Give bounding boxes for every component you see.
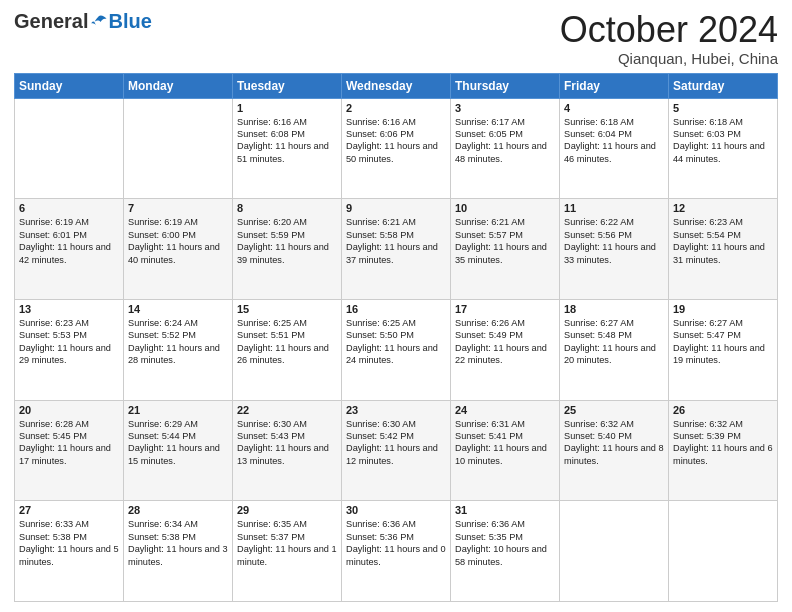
day-number: 22 <box>237 404 337 416</box>
day-number: 18 <box>564 303 664 315</box>
calendar-cell: 5Sunrise: 6:18 AM Sunset: 6:03 PM Daylig… <box>669 98 778 199</box>
cell-info: Sunrise: 6:25 AM Sunset: 5:50 PM Dayligh… <box>346 317 446 367</box>
calendar-cell: 4Sunrise: 6:18 AM Sunset: 6:04 PM Daylig… <box>560 98 669 199</box>
calendar-cell: 12Sunrise: 6:23 AM Sunset: 5:54 PM Dayli… <box>669 199 778 300</box>
page: General Blue October 2024 Qianquan, Hube… <box>0 0 792 612</box>
cell-info: Sunrise: 6:32 AM Sunset: 5:39 PM Dayligh… <box>673 418 773 468</box>
day-number: 6 <box>19 202 119 214</box>
cell-info: Sunrise: 6:19 AM Sunset: 6:00 PM Dayligh… <box>128 216 228 266</box>
day-number: 31 <box>455 504 555 516</box>
col-header-sunday: Sunday <box>15 73 124 98</box>
cell-info: Sunrise: 6:23 AM Sunset: 5:53 PM Dayligh… <box>19 317 119 367</box>
cell-info: Sunrise: 6:32 AM Sunset: 5:40 PM Dayligh… <box>564 418 664 468</box>
cell-info: Sunrise: 6:25 AM Sunset: 5:51 PM Dayligh… <box>237 317 337 367</box>
title-block: October 2024 Qianquan, Hubei, China <box>560 10 778 67</box>
cell-info: Sunrise: 6:27 AM Sunset: 5:48 PM Dayligh… <box>564 317 664 367</box>
calendar-cell: 13Sunrise: 6:23 AM Sunset: 5:53 PM Dayli… <box>15 299 124 400</box>
calendar-cell: 19Sunrise: 6:27 AM Sunset: 5:47 PM Dayli… <box>669 299 778 400</box>
calendar-cell: 11Sunrise: 6:22 AM Sunset: 5:56 PM Dayli… <box>560 199 669 300</box>
day-number: 25 <box>564 404 664 416</box>
day-number: 29 <box>237 504 337 516</box>
calendar-cell: 2Sunrise: 6:16 AM Sunset: 6:06 PM Daylig… <box>342 98 451 199</box>
calendar-cell: 18Sunrise: 6:27 AM Sunset: 5:48 PM Dayli… <box>560 299 669 400</box>
cell-info: Sunrise: 6:27 AM Sunset: 5:47 PM Dayligh… <box>673 317 773 367</box>
cell-info: Sunrise: 6:35 AM Sunset: 5:37 PM Dayligh… <box>237 518 337 568</box>
day-number: 17 <box>455 303 555 315</box>
calendar-cell: 22Sunrise: 6:30 AM Sunset: 5:43 PM Dayli… <box>233 400 342 501</box>
calendar-cell: 26Sunrise: 6:32 AM Sunset: 5:39 PM Dayli… <box>669 400 778 501</box>
day-number: 20 <box>19 404 119 416</box>
day-number: 14 <box>128 303 228 315</box>
day-number: 21 <box>128 404 228 416</box>
cell-info: Sunrise: 6:16 AM Sunset: 6:06 PM Dayligh… <box>346 116 446 166</box>
day-number: 27 <box>19 504 119 516</box>
day-number: 16 <box>346 303 446 315</box>
cell-info: Sunrise: 6:30 AM Sunset: 5:43 PM Dayligh… <box>237 418 337 468</box>
cell-info: Sunrise: 6:19 AM Sunset: 6:01 PM Dayligh… <box>19 216 119 266</box>
cell-info: Sunrise: 6:30 AM Sunset: 5:42 PM Dayligh… <box>346 418 446 468</box>
calendar-cell: 25Sunrise: 6:32 AM Sunset: 5:40 PM Dayli… <box>560 400 669 501</box>
cell-info: Sunrise: 6:36 AM Sunset: 5:35 PM Dayligh… <box>455 518 555 568</box>
col-header-thursday: Thursday <box>451 73 560 98</box>
cell-info: Sunrise: 6:23 AM Sunset: 5:54 PM Dayligh… <box>673 216 773 266</box>
cell-info: Sunrise: 6:34 AM Sunset: 5:38 PM Dayligh… <box>128 518 228 568</box>
calendar-cell: 10Sunrise: 6:21 AM Sunset: 5:57 PM Dayli… <box>451 199 560 300</box>
day-number: 10 <box>455 202 555 214</box>
calendar-row-0: 1Sunrise: 6:16 AM Sunset: 6:08 PM Daylig… <box>15 98 778 199</box>
col-header-friday: Friday <box>560 73 669 98</box>
day-number: 3 <box>455 102 555 114</box>
calendar-cell: 8Sunrise: 6:20 AM Sunset: 5:59 PM Daylig… <box>233 199 342 300</box>
calendar-header-row: SundayMondayTuesdayWednesdayThursdayFrid… <box>15 73 778 98</box>
calendar-cell: 7Sunrise: 6:19 AM Sunset: 6:00 PM Daylig… <box>124 199 233 300</box>
cell-info: Sunrise: 6:18 AM Sunset: 6:03 PM Dayligh… <box>673 116 773 166</box>
calendar-cell: 3Sunrise: 6:17 AM Sunset: 6:05 PM Daylig… <box>451 98 560 199</box>
calendar-cell: 20Sunrise: 6:28 AM Sunset: 5:45 PM Dayli… <box>15 400 124 501</box>
day-number: 28 <box>128 504 228 516</box>
calendar-row-1: 6Sunrise: 6:19 AM Sunset: 6:01 PM Daylig… <box>15 199 778 300</box>
day-number: 11 <box>564 202 664 214</box>
day-number: 30 <box>346 504 446 516</box>
logo-general: General <box>14 10 88 33</box>
calendar-cell: 9Sunrise: 6:21 AM Sunset: 5:58 PM Daylig… <box>342 199 451 300</box>
calendar-cell: 31Sunrise: 6:36 AM Sunset: 5:35 PM Dayli… <box>451 501 560 602</box>
calendar-row-2: 13Sunrise: 6:23 AM Sunset: 5:53 PM Dayli… <box>15 299 778 400</box>
cell-info: Sunrise: 6:26 AM Sunset: 5:49 PM Dayligh… <box>455 317 555 367</box>
cell-info: Sunrise: 6:21 AM Sunset: 5:58 PM Dayligh… <box>346 216 446 266</box>
cell-info: Sunrise: 6:17 AM Sunset: 6:05 PM Dayligh… <box>455 116 555 166</box>
calendar-cell: 27Sunrise: 6:33 AM Sunset: 5:38 PM Dayli… <box>15 501 124 602</box>
calendar-cell: 17Sunrise: 6:26 AM Sunset: 5:49 PM Dayli… <box>451 299 560 400</box>
col-header-wednesday: Wednesday <box>342 73 451 98</box>
calendar-cell: 16Sunrise: 6:25 AM Sunset: 5:50 PM Dayli… <box>342 299 451 400</box>
calendar-cell <box>560 501 669 602</box>
col-header-saturday: Saturday <box>669 73 778 98</box>
day-number: 8 <box>237 202 337 214</box>
calendar-cell: 15Sunrise: 6:25 AM Sunset: 5:51 PM Dayli… <box>233 299 342 400</box>
cell-info: Sunrise: 6:33 AM Sunset: 5:38 PM Dayligh… <box>19 518 119 568</box>
cell-info: Sunrise: 6:16 AM Sunset: 6:08 PM Dayligh… <box>237 116 337 166</box>
cell-info: Sunrise: 6:20 AM Sunset: 5:59 PM Dayligh… <box>237 216 337 266</box>
day-number: 5 <box>673 102 773 114</box>
day-number: 26 <box>673 404 773 416</box>
calendar-row-3: 20Sunrise: 6:28 AM Sunset: 5:45 PM Dayli… <box>15 400 778 501</box>
cell-info: Sunrise: 6:29 AM Sunset: 5:44 PM Dayligh… <box>128 418 228 468</box>
calendar-cell <box>15 98 124 199</box>
cell-info: Sunrise: 6:31 AM Sunset: 5:41 PM Dayligh… <box>455 418 555 468</box>
day-number: 23 <box>346 404 446 416</box>
col-header-monday: Monday <box>124 73 233 98</box>
calendar-cell: 14Sunrise: 6:24 AM Sunset: 5:52 PM Dayli… <box>124 299 233 400</box>
calendar-cell: 21Sunrise: 6:29 AM Sunset: 5:44 PM Dayli… <box>124 400 233 501</box>
main-title: October 2024 <box>560 10 778 50</box>
calendar-cell: 1Sunrise: 6:16 AM Sunset: 6:08 PM Daylig… <box>233 98 342 199</box>
calendar-cell <box>669 501 778 602</box>
logo-bird-icon <box>90 13 108 31</box>
cell-info: Sunrise: 6:28 AM Sunset: 5:45 PM Dayligh… <box>19 418 119 468</box>
calendar-cell: 23Sunrise: 6:30 AM Sunset: 5:42 PM Dayli… <box>342 400 451 501</box>
day-number: 13 <box>19 303 119 315</box>
cell-info: Sunrise: 6:36 AM Sunset: 5:36 PM Dayligh… <box>346 518 446 568</box>
cell-info: Sunrise: 6:22 AM Sunset: 5:56 PM Dayligh… <box>564 216 664 266</box>
day-number: 12 <box>673 202 773 214</box>
header: General Blue October 2024 Qianquan, Hube… <box>14 10 778 67</box>
day-number: 2 <box>346 102 446 114</box>
logo: General Blue <box>14 10 152 33</box>
calendar-cell: 30Sunrise: 6:36 AM Sunset: 5:36 PM Dayli… <box>342 501 451 602</box>
